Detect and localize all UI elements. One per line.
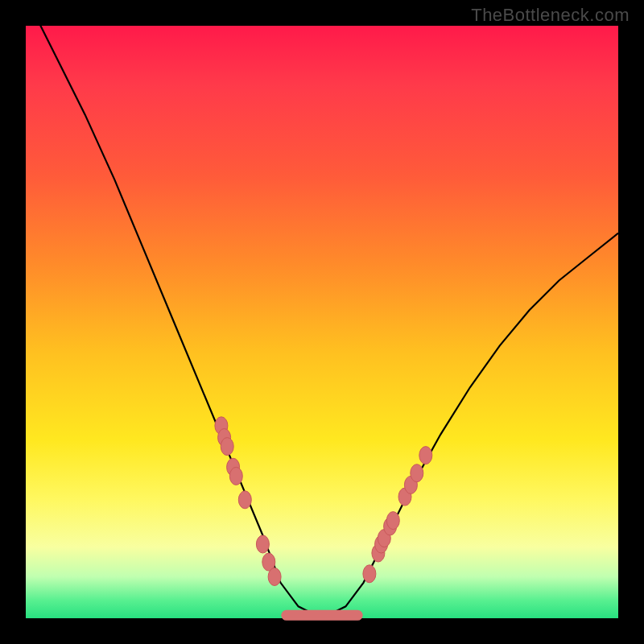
data-marker bbox=[221, 438, 233, 456]
data-marker bbox=[268, 568, 281, 586]
brand-watermark: TheBottleneck.com bbox=[471, 5, 630, 26]
plot-area bbox=[26, 26, 618, 618]
chart-frame: TheBottleneck.com bbox=[0, 0, 644, 644]
markers-left bbox=[215, 417, 281, 586]
data-marker bbox=[238, 491, 251, 509]
bottleneck-curve bbox=[26, 0, 618, 618]
data-marker bbox=[229, 467, 242, 485]
data-marker bbox=[386, 512, 399, 530]
data-marker bbox=[411, 464, 423, 482]
data-marker bbox=[256, 535, 269, 553]
data-marker bbox=[363, 565, 376, 583]
curve-svg bbox=[26, 26, 618, 618]
data-marker bbox=[419, 447, 432, 464]
